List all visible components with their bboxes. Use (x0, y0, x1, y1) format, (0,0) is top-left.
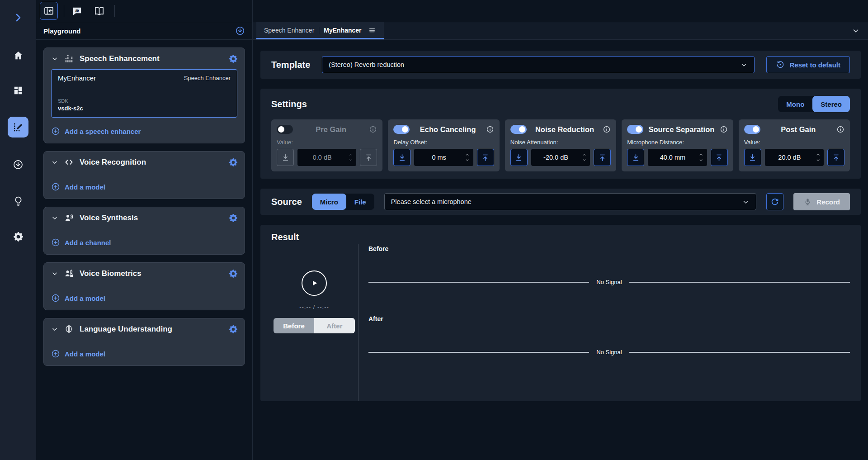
decrement-icon[interactable] (464, 158, 470, 162)
section-header[interactable]: Voice Synthesis (51, 213, 237, 223)
noise-reduction-toggle[interactable] (510, 125, 527, 134)
no-signal-text: No Signal (589, 349, 629, 356)
file-button[interactable]: File (346, 194, 374, 210)
mono-button[interactable]: Mono (778, 96, 812, 112)
add-speech-enhancer-link[interactable]: Add a speech enhancer (51, 127, 237, 136)
value-input[interactable]: 0 ms (414, 149, 473, 166)
decrement-icon[interactable] (698, 158, 704, 162)
pre-gain-toggle[interactable] (277, 125, 293, 134)
record-label: Record (816, 198, 840, 206)
decrement-icon[interactable] (581, 158, 587, 162)
increment-icon[interactable] (815, 153, 821, 156)
toolbar-divider (64, 5, 64, 17)
before-button[interactable]: Before (274, 318, 314, 333)
info-icon[interactable] (836, 125, 844, 133)
play-button[interactable] (302, 270, 327, 296)
decrement-icon[interactable] (815, 158, 821, 162)
set-max-button[interactable] (827, 149, 844, 166)
card-title: Noise Reduction (529, 125, 600, 134)
downloads-icon[interactable] (13, 159, 24, 170)
add-model-link[interactable]: Add a model (51, 349, 237, 358)
info-icon[interactable] (720, 125, 728, 133)
section-language-understanding: Language Understanding Add a model (43, 318, 245, 366)
tab-menu-icon[interactable] (368, 26, 376, 34)
section-gear-icon[interactable] (229, 270, 237, 278)
stereo-button[interactable]: Stereo (812, 96, 850, 112)
info-icon[interactable] (486, 125, 494, 133)
refresh-devices-button[interactable] (766, 193, 783, 210)
ideas-lightbulb-icon[interactable] (13, 196, 24, 206)
documentation-book-icon[interactable] (94, 6, 104, 16)
increment-icon[interactable] (698, 153, 704, 156)
info-icon[interactable] (369, 125, 377, 133)
add-channel-link[interactable]: Add a channel (51, 238, 237, 247)
add-model-link[interactable]: Add a model (51, 294, 237, 303)
microphone-select[interactable]: Please select a microphone (384, 193, 757, 210)
dashboard-icon[interactable] (13, 85, 23, 95)
set-min-button[interactable] (744, 149, 761, 166)
param-label: Value: (744, 139, 844, 146)
after-button[interactable]: After (314, 318, 355, 333)
set-min-button[interactable] (627, 149, 644, 166)
waveform-line (629, 282, 850, 283)
set-max-button[interactable] (477, 149, 494, 166)
section-header[interactable]: Voice Recognition (51, 157, 237, 167)
info-icon[interactable] (603, 125, 611, 133)
section-gear-icon[interactable] (229, 55, 237, 63)
set-max-button[interactable] (711, 149, 728, 166)
add-model-link[interactable]: Add a model (51, 182, 237, 191)
collapse-panel-button[interactable] (40, 2, 58, 20)
increment-icon[interactable] (348, 153, 354, 156)
add-link-label: Add a model (65, 183, 105, 191)
set-min-button[interactable] (277, 149, 294, 166)
settings-panel: Settings Mono Stereo Pre Gain V (260, 89, 861, 179)
expand-rail-chevron-icon[interactable] (13, 12, 24, 23)
card-pre-gain: Pre Gain Value: 0.0 dB (271, 119, 382, 171)
sidebar-title: Playground (43, 27, 81, 35)
sdk-label: SDK (58, 98, 231, 104)
before-track: Before No Signal (368, 245, 850, 285)
template-select[interactable]: (Stereo) Reverb reduction (322, 56, 755, 73)
increment-icon[interactable] (464, 153, 470, 156)
chevron-down-icon[interactable] (51, 159, 58, 166)
record-button[interactable]: Record (793, 193, 850, 210)
card-title: Pre Gain (296, 125, 366, 134)
track-label: After (368, 315, 850, 322)
phonetics-chat-icon[interactable] (72, 6, 82, 16)
home-icon[interactable] (13, 50, 24, 61)
source-separation-toggle[interactable] (627, 125, 643, 134)
value-input[interactable]: 0.0 dB (297, 149, 356, 166)
tab-myenhancer[interactable]: Speech Enhancer MyEnhancer (256, 22, 384, 39)
section-header[interactable]: Speech Enhancement (51, 54, 237, 63)
section-gear-icon[interactable] (229, 158, 237, 166)
post-gain-toggle[interactable] (744, 125, 760, 134)
section-gear-icon[interactable] (229, 325, 237, 333)
micro-button[interactable]: Micro (312, 194, 346, 210)
decrement-icon[interactable] (348, 158, 354, 162)
section-gear-icon[interactable] (229, 214, 237, 222)
waveform-line (368, 282, 589, 283)
value-input[interactable]: 20.0 dB (765, 149, 824, 166)
chevron-down-icon[interactable] (51, 326, 58, 333)
tab-list-chevron-icon[interactable] (852, 27, 860, 35)
set-min-button[interactable] (393, 149, 410, 166)
circle-plus-icon (51, 182, 60, 191)
section-header[interactable]: Voice Biometrics (51, 269, 237, 278)
echo-canceling-toggle[interactable] (393, 125, 410, 134)
enhancer-item-selected[interactable]: MyEnhancer Speech Enhancer SDK vsdk-s2c (51, 69, 237, 118)
increment-icon[interactable] (581, 153, 587, 156)
value-input[interactable]: -20.0 dB (531, 149, 590, 166)
set-min-button[interactable] (510, 149, 528, 166)
chevron-down-icon[interactable] (51, 214, 58, 222)
value-input[interactable]: 40.0 mm (648, 149, 707, 166)
value-text: 40.0 mm (648, 154, 697, 161)
set-max-button[interactable] (594, 149, 611, 166)
section-header[interactable]: Language Understanding (51, 324, 237, 334)
export-download-icon[interactable] (235, 26, 245, 36)
chevron-down-icon[interactable] (51, 55, 58, 62)
playground-edit-icon[interactable] (8, 117, 28, 138)
chevron-down-icon[interactable] (51, 270, 58, 277)
settings-gear-icon[interactable] (14, 232, 23, 242)
reset-to-default-button[interactable]: Reset to default (766, 56, 850, 73)
set-max-button[interactable] (360, 149, 377, 166)
